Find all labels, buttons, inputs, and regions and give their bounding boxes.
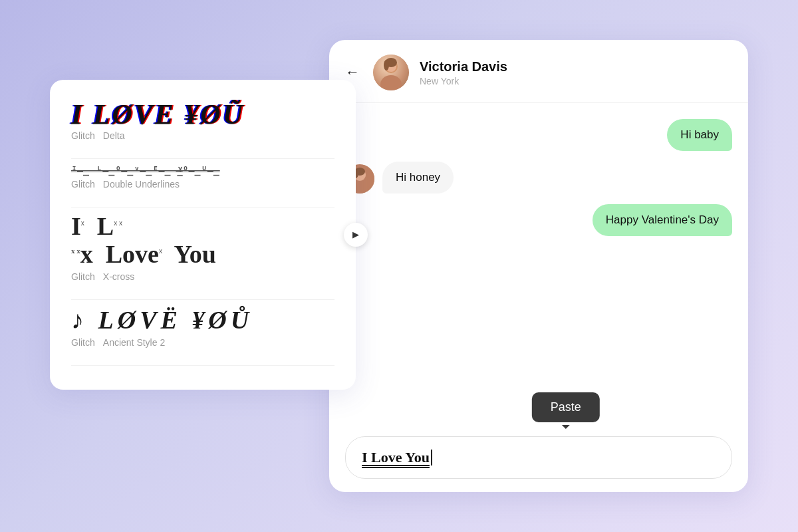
contact-info: Victoria Davis New York: [420, 59, 732, 86]
xcross-chars: Ix Lx x x xx Lovex You: [71, 213, 216, 269]
font-section-double-underlines: ᴵ̶̲ ᴸ̶̲ᴼ̶̲ᵛ̶̲ᴱ̶̲ ᵞ̶̲ᴼ̶̲ᵁ̶̲ Glitch Double…: [71, 164, 334, 207]
scene: I LØVE ¥ØŨ Glitch Delta ᴵ̶̲ ᴸ̶̲ᴼ̶̲ᵛ̶̲ᴱ̶̲…: [50, 40, 748, 492]
back-button[interactable]: ←: [345, 64, 360, 81]
font-main-section: I LØVE ¥ØŨ Glitch Delta: [71, 98, 334, 159]
svg-point-4: [384, 60, 389, 70]
message-bubble-received-1: Hi honey: [382, 162, 454, 194]
font-label-delta: Delta: [103, 130, 125, 141]
message-row-sent-2: Happy Valentine's Day: [345, 204, 732, 236]
message-row-received-1: Hi honey: [345, 162, 732, 194]
font-main-labels: Glitch Delta: [71, 130, 334, 141]
contact-location: New York: [420, 76, 732, 86]
chat-card: ← Victoria Davis New York: [329, 40, 748, 492]
font-style-card: I LØVE ¥ØŨ Glitch Delta ᴵ̶̲ ᴸ̶̲ᴼ̶̲ᵛ̶̲ᴱ̶̲…: [50, 80, 356, 390]
font-section-ancient: ♪ LØVË ¥ØŮ Glitch Ancient Style 2: [71, 305, 334, 366]
font-ancient-labels: Glitch Ancient Style 2: [71, 337, 334, 348]
font-main-preview: I LØVE ¥ØŨ: [71, 98, 334, 130]
font-anc-label-1: Glitch: [71, 337, 95, 348]
font-xc-label-1: Glitch: [71, 271, 95, 282]
svg-point-1: [380, 75, 402, 90]
font-section-xcross: Ix Lx x x xx Lovex You Glitch X-cross: [71, 213, 334, 300]
avatar-inner: [373, 55, 409, 90]
chat-header: ← Victoria Davis New York: [329, 40, 748, 103]
font-double-underline-labels: Glitch Double Underlines: [71, 179, 334, 190]
input-text: I Love You: [362, 449, 430, 466]
font-preview-xcross: Ix Lx x x xx Lovex You: [71, 213, 334, 269]
arrow-button[interactable]: ▶: [344, 223, 368, 247]
font-anc-label-2: Ancient Style 2: [103, 337, 165, 348]
text-cursor: [431, 450, 432, 466]
message-bubble-sent-2: Happy Valentine's Day: [593, 204, 732, 236]
font-preview-double-underlines: ᴵ̶̲ ᴸ̶̲ᴼ̶̲ᵛ̶̲ᴱ̶̲ ᵞ̶̲ᴼ̶̲ᵁ̶̲: [71, 164, 334, 176]
message-bubble-sent-1: Hi baby: [667, 119, 732, 151]
font-du-label-2: Double Underlines: [103, 179, 180, 190]
avatar-svg: [373, 55, 409, 90]
arrow-icon: ▶: [352, 229, 359, 239]
font-xcross-labels: Glitch X-cross: [71, 271, 334, 282]
paste-tooltip[interactable]: Paste: [532, 392, 600, 422]
font-preview-ancient: ♪ LØVË ¥ØŮ: [71, 305, 334, 334]
contact-avatar: [373, 55, 409, 90]
font-du-label-1: Glitch: [71, 179, 95, 190]
font-xc-label-2: X-cross: [103, 271, 134, 282]
font-label-glitch: Glitch: [71, 130, 95, 141]
message-row-sent-1: Hi baby: [345, 119, 732, 151]
chat-input-area: Paste I Love You: [329, 430, 748, 492]
chat-messages: Hi baby Hi honey Happy Valentine's Day: [329, 103, 748, 430]
chat-input[interactable]: I Love You: [345, 436, 732, 479]
contact-name: Victoria Davis: [420, 59, 732, 74]
paste-label: Paste: [551, 400, 581, 414]
